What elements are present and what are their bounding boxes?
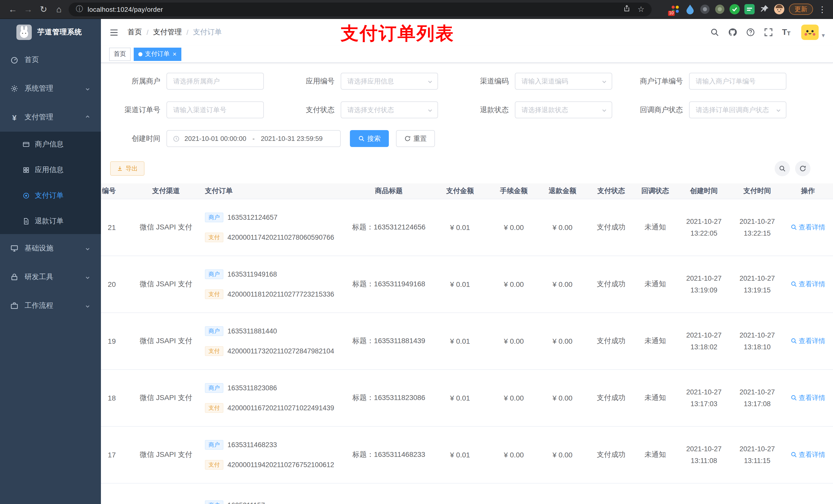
hide-search-icon[interactable]: [775, 161, 790, 176]
sidebar-item-label: 支付订单: [35, 191, 64, 200]
extension-green-check-icon[interactable]: [730, 4, 740, 14]
font-size-icon[interactable]: TT: [782, 28, 790, 37]
sidebar-item-pay-order[interactable]: 支付订单: [0, 183, 101, 209]
app-logo[interactable]: 芋道管理系统: [0, 19, 101, 46]
help-icon[interactable]: [746, 28, 755, 37]
close-icon[interactable]: ×: [172, 51, 176, 57]
reset-button[interactable]: 重置: [396, 130, 435, 147]
view-detail-link[interactable]: 查看详情: [790, 337, 825, 346]
app-id-select[interactable]: [341, 73, 438, 90]
cell-actions: 查看详情: [783, 337, 833, 346]
cell-create-time: 2021-10-27 13:11:08: [676, 443, 732, 466]
pin-icon[interactable]: [759, 4, 769, 14]
extension-green-square-icon[interactable]: [744, 4, 755, 14]
extension-palette-icon[interactable]: 10: [670, 4, 680, 14]
app-title: 芋道管理系统: [38, 28, 82, 37]
sidebar-item-merchant-info[interactable]: 商户信息: [0, 131, 101, 157]
site-info-icon[interactable]: ⓘ: [76, 5, 83, 14]
search-icon[interactable]: [710, 28, 719, 37]
share-icon[interactable]: [623, 4, 630, 14]
main-area: 首页 / 支付管理 / 支付订单 支付订单列表 TT: [101, 19, 833, 504]
channel-code-select[interactable]: [515, 73, 612, 90]
col-amount: 支付金额: [429, 187, 491, 196]
sidebar-item-infrastructure[interactable]: 基础设施: [0, 234, 101, 263]
sidebar-item-refund-order[interactable]: 退款订单: [0, 209, 101, 234]
browser-menu-icon[interactable]: ⋮: [818, 4, 827, 14]
browser-back-icon[interactable]: ←: [5, 5, 21, 14]
pay-time: 13:22:15: [734, 227, 781, 239]
browser-home-icon[interactable]: ⌂: [51, 5, 67, 14]
view-detail-link[interactable]: 查看详情: [790, 223, 825, 232]
browser-forward-icon[interactable]: →: [21, 5, 36, 14]
fullscreen-icon[interactable]: [764, 28, 773, 37]
tag-home[interactable]: 首页: [109, 47, 130, 61]
merchant-select[interactable]: [166, 73, 264, 90]
sidebar-item-system[interactable]: 系统管理: [0, 74, 101, 103]
merchant-order-no-box[interactable]: [689, 73, 786, 90]
channel-order-no-box[interactable]: [166, 101, 264, 118]
cell-actions: 查看详情: [783, 393, 833, 403]
view-detail-link[interactable]: 查看详情: [790, 393, 825, 403]
create-time-range[interactable]: 2021-10-01 00:00:00 - 2021-10-31 23:59:5…: [166, 130, 341, 147]
create-date: 2021-10-27: [678, 329, 730, 341]
url-text[interactable]: localhost:1024/pay/order: [88, 5, 163, 13]
field-label: 应用编号: [284, 77, 341, 86]
bookmark-star-icon[interactable]: ☆: [638, 5, 644, 14]
profile-avatar-icon[interactable]: [774, 4, 784, 14]
breadcrumb-home[interactable]: 首页: [127, 28, 142, 37]
merchant-order-no-filter: 商户订单编号: [633, 73, 786, 90]
refund-status-input[interactable]: [515, 102, 612, 118]
breadcrumb-payment[interactable]: 支付管理: [153, 28, 182, 37]
search-button[interactable]: 搜索: [350, 130, 389, 147]
extension-drop-icon[interactable]: [685, 4, 695, 14]
chrome-update-button[interactable]: 更新: [789, 4, 813, 15]
create-date: 2021-10-27: [678, 443, 730, 455]
breadcrumb: 首页 / 支付管理 / 支付订单: [127, 28, 222, 37]
document-icon: [23, 218, 30, 225]
sidebar-fold-icon[interactable]: [109, 27, 119, 37]
cell-title: 标题：1635312124656: [348, 223, 429, 232]
view-detail-link[interactable]: 查看详情: [790, 280, 825, 289]
cell-actions: 查看详情: [783, 223, 833, 232]
tag-label: 首页: [114, 50, 126, 58]
user-menu[interactable]: ▾: [801, 25, 825, 40]
merchant-filter: 所属商户: [110, 73, 264, 90]
channel-code-input[interactable]: [515, 73, 612, 89]
filter-row-2: 渠道订单号 支付状态 退款状态: [110, 101, 833, 118]
cell-title: 标题：1635311468233: [348, 450, 429, 459]
pay-status-select[interactable]: [341, 101, 438, 118]
sidebar-item-workflow[interactable]: 工作流程: [0, 291, 101, 320]
view-detail-link[interactable]: 查看详情: [790, 450, 825, 459]
merchant-order-no: 1635312124657: [228, 214, 278, 221]
sidebar-item-payment[interactable]: ¥ 支付管理: [0, 103, 101, 131]
cell-create-time: 2021-10-27 13:17:03: [676, 386, 732, 410]
table-row-partial: 商户 1635311157: [101, 483, 833, 504]
callback-status-input[interactable]: [690, 102, 786, 118]
refund-status-select[interactable]: [515, 101, 612, 118]
export-button[interactable]: 导出: [110, 161, 144, 176]
extension-olive-circle-icon[interactable]: [715, 4, 725, 14]
cell-refund: ¥ 0.00: [537, 451, 588, 459]
refresh-icon[interactable]: [795, 161, 810, 176]
cell-channel: 微信 JSAPI 支付: [129, 337, 203, 346]
sidebar-item-app-info[interactable]: 应用信息: [0, 157, 101, 183]
merchant-order-no-input[interactable]: [690, 73, 786, 89]
app-id-input[interactable]: [341, 73, 437, 89]
pay-order-no: 4200001174202110278060590766: [228, 234, 334, 241]
tag-pay-order[interactable]: 支付订单 ×: [134, 47, 181, 61]
sidebar-item-dev-tools[interactable]: 研发工具: [0, 263, 101, 291]
browser-reload-icon[interactable]: ↻: [36, 5, 51, 14]
callback-status-select[interactable]: [689, 101, 786, 118]
channel-order-no-input[interactable]: [167, 102, 263, 118]
merchant-input[interactable]: [167, 73, 263, 89]
extension-dark-circle-icon[interactable]: [700, 4, 710, 14]
browser-toolbar: ← → ↻ ⌂ ⓘ localhost:1024/pay/order ☆ 10 …: [0, 0, 833, 19]
address-bar[interactable]: ⓘ localhost:1024/pay/order ☆: [69, 2, 652, 16]
github-icon[interactable]: [728, 28, 737, 37]
pay-status-input[interactable]: [341, 102, 437, 118]
merchant-tag: 商户: [205, 440, 223, 450]
sidebar-item-home[interactable]: 首页: [0, 46, 101, 74]
cell-create-time: 2021-10-27 13:22:05: [676, 216, 732, 239]
chevron-down-icon: [85, 274, 91, 280]
cell-channel: 微信 JSAPI 支付: [129, 393, 203, 403]
